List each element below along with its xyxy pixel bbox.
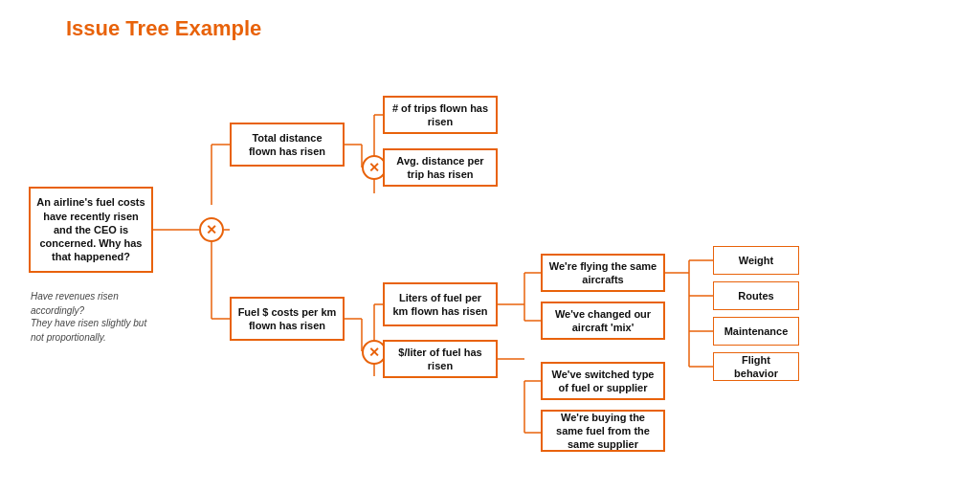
branch1-node: Total distance flown has risen	[230, 123, 345, 167]
root-node: An airline's fuel costs have recently ri…	[29, 187, 153, 273]
leaf2-node: Routes	[713, 281, 799, 310]
leaf3-node: Maintenance	[713, 317, 799, 346]
grandchild2-node: We've changed our aircraft 'mix'	[541, 302, 665, 340]
grandchild4-node: We're buying the same fuel from the same…	[541, 410, 665, 452]
branch2-node: Fuel $ costs per km flown has risen	[230, 297, 345, 341]
grandchild3-node: We've switched type of fuel or supplier	[541, 362, 665, 400]
leaf4-node: Flight behavior	[713, 352, 799, 381]
page-container: Issue Tree Example	[0, 0, 980, 492]
child2-node: Avg. distance per trip has risen	[383, 148, 498, 187]
grandchild1-node: We're flying the same aircrafts	[541, 254, 665, 292]
child4-node: $/liter of fuel has risen	[383, 340, 498, 378]
note1: Have revenues risen accordingly?	[31, 289, 155, 318]
child1-node: # of trips flown has risen	[383, 96, 498, 134]
note2: They have risen slightly but not proport…	[31, 316, 155, 345]
child3-node: Liters of fuel per km flown has risen	[383, 282, 498, 326]
page-title: Issue Tree Example	[66, 16, 261, 41]
leaf1-node: Weight	[713, 246, 799, 275]
x-circle-root: ✕	[199, 217, 224, 242]
